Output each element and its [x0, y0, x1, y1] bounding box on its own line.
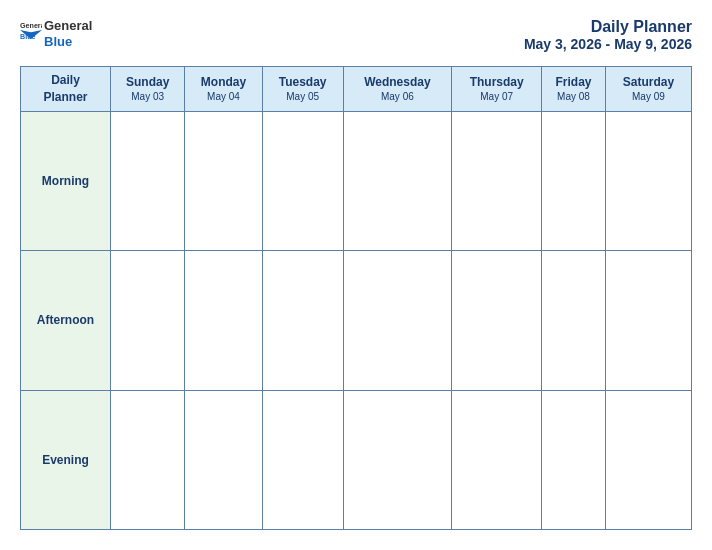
afternoon-thursday-cell[interactable]	[452, 251, 542, 390]
header-daily-planner: Daily Planner	[21, 67, 111, 112]
morning-sunday-cell[interactable]	[111, 111, 185, 250]
saturday-label: Saturday	[609, 75, 688, 89]
logo-general: General	[44, 18, 92, 34]
afternoon-tuesday-cell[interactable]	[262, 251, 343, 390]
evening-thursday-cell[interactable]	[452, 390, 542, 529]
saturday-date: May 09	[632, 91, 665, 102]
evening-tuesday-cell[interactable]	[262, 390, 343, 529]
afternoon-friday-cell[interactable]	[542, 251, 606, 390]
thursday-date: May 07	[480, 91, 513, 102]
friday-date: May 08	[557, 91, 590, 102]
header-wednesday: Wednesday May 06	[343, 67, 452, 112]
evening-friday-cell[interactable]	[542, 390, 606, 529]
afternoon-label: Afternoon	[21, 251, 111, 390]
wednesday-label: Wednesday	[347, 75, 449, 89]
svg-text:Blue: Blue	[20, 33, 36, 40]
header-monday: Monday May 04	[185, 67, 262, 112]
evening-row: Evening	[21, 390, 692, 529]
planner-title: Daily Planner	[524, 18, 692, 36]
evening-monday-cell[interactable]	[185, 390, 262, 529]
tuesday-date: May 05	[286, 91, 319, 102]
header-row: Daily Planner Sunday May 03 Monday May 0…	[21, 67, 692, 112]
morning-saturday-cell[interactable]	[605, 111, 691, 250]
page-header: General Blue General Blue Daily Planner …	[20, 18, 692, 52]
header-saturday: Saturday May 09	[605, 67, 691, 112]
afternoon-wednesday-cell[interactable]	[343, 251, 452, 390]
header-daily: Daily	[24, 72, 107, 89]
evening-saturday-cell[interactable]	[605, 390, 691, 529]
afternoon-saturday-cell[interactable]	[605, 251, 691, 390]
header-tuesday: Tuesday May 05	[262, 67, 343, 112]
morning-thursday-cell[interactable]	[452, 111, 542, 250]
morning-wednesday-cell[interactable]	[343, 111, 452, 250]
friday-label: Friday	[545, 75, 602, 89]
sunday-label: Sunday	[114, 75, 181, 89]
monday-date: May 04	[207, 91, 240, 102]
evening-label: Evening	[21, 390, 111, 529]
logo-area: General Blue General Blue	[20, 18, 92, 49]
wednesday-date: May 06	[381, 91, 414, 102]
logo-blue: Blue	[44, 34, 92, 50]
header-thursday: Thursday May 07	[452, 67, 542, 112]
morning-friday-cell[interactable]	[542, 111, 606, 250]
morning-row: Morning	[21, 111, 692, 250]
header-sunday: Sunday May 03	[111, 67, 185, 112]
morning-monday-cell[interactable]	[185, 111, 262, 250]
thursday-label: Thursday	[455, 75, 538, 89]
afternoon-row: Afternoon	[21, 251, 692, 390]
evening-wednesday-cell[interactable]	[343, 390, 452, 529]
planner-table: Daily Planner Sunday May 03 Monday May 0…	[20, 66, 692, 530]
sunday-date: May 03	[131, 91, 164, 102]
planner-date-range: May 3, 2026 - May 9, 2026	[524, 36, 692, 52]
morning-tuesday-cell[interactable]	[262, 111, 343, 250]
morning-label: Morning	[21, 111, 111, 250]
title-area: Daily Planner May 3, 2026 - May 9, 2026	[524, 18, 692, 52]
tuesday-label: Tuesday	[266, 75, 340, 89]
header-friday: Friday May 08	[542, 67, 606, 112]
monday-label: Monday	[188, 75, 258, 89]
generalblue-logo-icon: General Blue	[20, 18, 42, 40]
svg-text:General: General	[20, 22, 42, 30]
evening-sunday-cell[interactable]	[111, 390, 185, 529]
afternoon-sunday-cell[interactable]	[111, 251, 185, 390]
afternoon-monday-cell[interactable]	[185, 251, 262, 390]
header-planner: Planner	[24, 89, 107, 106]
